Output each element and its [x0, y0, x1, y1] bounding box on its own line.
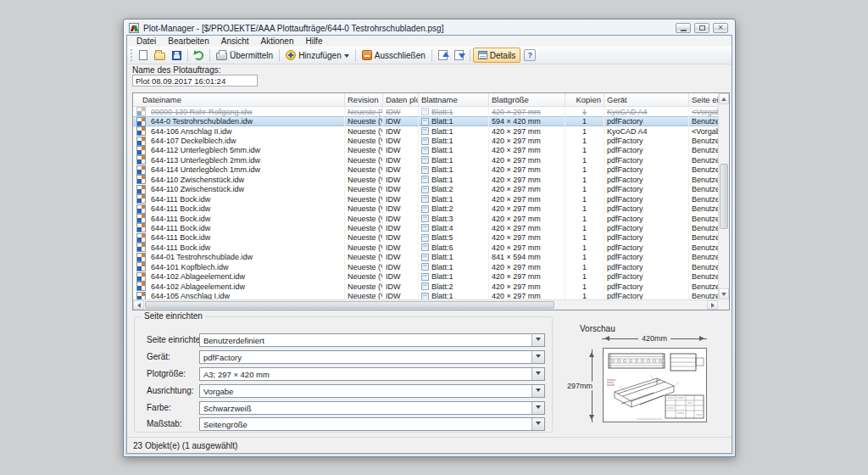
menu-ansicht[interactable]: Ansicht: [215, 36, 255, 47]
cell-blattgroesse: 420 × 297 mm: [489, 155, 565, 165]
table-row[interactable]: 644-0 Testrohrschubladen.idwNeueste (V..…: [133, 116, 718, 126]
cell-blattgroesse: 420 × 297 mm: [489, 175, 565, 184]
dropdown-button[interactable]: [531, 351, 544, 363]
page-up-button[interactable]: [435, 48, 451, 63]
table-row[interactable]: 644-111 Bock.idwNeueste (V...IDWBlatt:24…: [133, 204, 718, 213]
table-row[interactable]: 644-114 Unterlegblech 1mm.idwNeueste (V.…: [133, 165, 718, 175]
table-row[interactable]: 644-110 Zwischenstück.idwNeueste (V...ID…: [133, 175, 718, 184]
toolbar-grip[interactable]: [131, 49, 133, 61]
job-name-input[interactable]: [132, 75, 258, 87]
open-button[interactable]: [151, 48, 169, 63]
save-button[interactable]: [169, 48, 185, 63]
cell-dateiname: 644-111 Bock.idw: [148, 194, 345, 204]
dropdown-button[interactable]: [531, 334, 544, 346]
column-header-seite-einrichten[interactable]: Seite einrichten: [689, 93, 718, 106]
cell-geraet: pdfFactory: [604, 271, 689, 281]
menu-aktionen[interactable]: Aktionen: [255, 36, 300, 47]
scale-select[interactable]: Seitengröße: [199, 417, 545, 431]
column-header-blattgroesse[interactable]: Blattgröße: [489, 93, 565, 106]
cell-kopien: 1: [565, 185, 604, 194]
scroll-left-button[interactable]: [133, 300, 144, 310]
titlebar[interactable]: Plot-Manager - [$/PROJEKTE/AAA Plottauft…: [124, 20, 735, 35]
plot-size-select[interactable]: A3; 297 × 420 mm: [199, 367, 545, 381]
details-button[interactable]: Details: [473, 48, 521, 63]
column-header-daten-plot[interactable]: Daten plot...: [383, 93, 419, 106]
add-button[interactable]: Hinzufügen: [282, 48, 353, 63]
scroll-up-button[interactable]: [719, 93, 729, 104]
close-button[interactable]: ✕: [713, 23, 728, 33]
cell-kopien: 1: [565, 175, 604, 184]
table-row[interactable]: 644-107 Deckelblech.idwNeueste (V...IDWB…: [133, 136, 718, 145]
cell-blattgroesse: 420 × 297 mm: [489, 107, 565, 116]
table-row[interactable]: 00000-139 Rohr-Rollgang.idwNeueste (V...…: [133, 107, 718, 116]
new-button[interactable]: [136, 48, 151, 63]
cell-file-icon: [133, 271, 148, 281]
table-row[interactable]: 644-101 Kopfblech.idwNeueste (V...IDWBla…: [133, 262, 718, 271]
cell-geraet: pdfFactory: [604, 175, 689, 184]
refresh-button[interactable]: [191, 48, 207, 63]
cell-daten-plot: IDW: [383, 116, 419, 126]
table-row[interactable]: 644-112 Unterlegblech 5mm.idwNeueste (V.…: [133, 146, 718, 155]
color-select[interactable]: Schwarzweiß: [199, 401, 545, 415]
page-setup-select[interactable]: Benutzerdefiniert: [199, 333, 545, 347]
idw-file-icon: [136, 282, 146, 291]
column-header-dateiname[interactable]: Dateiname: [133, 93, 345, 106]
cell-blattname: Blatt:1: [419, 107, 489, 116]
maximize-button[interactable]: [694, 23, 709, 33]
menu-datei[interactable]: Datei: [131, 36, 162, 47]
dropdown-button[interactable]: [531, 385, 544, 397]
table-row[interactable]: 644-111 Bock.idwNeueste (V...IDWBlatt:14…: [133, 194, 718, 204]
status-text: 23 Objekt(e) (1 ausgewählt): [133, 441, 237, 450]
table-row[interactable]: 644-102 Ablageelement.idwNeueste (V...ID…: [133, 271, 718, 281]
page-down-button[interactable]: [451, 48, 467, 63]
scroll-down-button[interactable]: [719, 288, 729, 299]
dropdown-button[interactable]: [531, 418, 544, 430]
scroll-right-button[interactable]: [707, 300, 718, 310]
submit-label: Übermitteln: [230, 51, 273, 60]
help-button[interactable]: ?: [520, 48, 539, 63]
table-row[interactable]: 644-111 Bock.idwNeueste (V...IDWBlatt:54…: [133, 233, 718, 243]
minimize-button[interactable]: [676, 23, 691, 33]
close-icon: ✕: [718, 25, 724, 31]
device-select[interactable]: pdfFactory: [199, 350, 545, 364]
sheet-icon: [421, 137, 429, 145]
vertical-scrollbar[interactable]: [718, 93, 729, 299]
page-setup-group: Seite einrichten Seite einrichten: Benut…: [134, 316, 553, 433]
preview-height-value: 297mm: [565, 382, 594, 391]
orientation-select[interactable]: Vorgabe: [199, 384, 545, 398]
dropdown-button[interactable]: [531, 368, 544, 380]
cell-blattname: Blatt:2: [419, 282, 489, 291]
table-row[interactable]: 644-111 Bock.idwNeueste (V...IDWBlatt:34…: [133, 214, 718, 223]
add-icon: [286, 50, 296, 60]
menu-hilfe[interactable]: Hilfe: [299, 36, 328, 47]
plot-size-label: Plotgröße:: [147, 369, 186, 378]
exclude-button[interactable]: Ausschließen: [359, 48, 429, 63]
file-table-header: Dateiname Revision Daten plot... Blattna…: [133, 93, 718, 107]
table-row[interactable]: 644-111 Bock.idwNeueste (V...IDWBlatt:64…: [133, 243, 718, 252]
sheet-icon: [421, 127, 429, 135]
dropdown-button[interactable]: [531, 402, 544, 414]
column-header-revision[interactable]: Revision: [345, 93, 383, 106]
table-row[interactable]: 644-01 Testrohrschublade.idwNeueste (V..…: [133, 253, 718, 262]
idw-file-icon: [136, 165, 146, 175]
cell-seite-einrichten: Benutzerdefin...: [689, 282, 718, 291]
submit-button[interactable]: Übermitteln: [213, 48, 276, 63]
toolbar: Übermitteln Hinzufügen Ausschließen Deta…: [127, 47, 732, 64]
table-row[interactable]: 644-106 Anschlag II.idwNeueste (V...IDWB…: [133, 126, 718, 136]
cell-seite-einrichten: Benutzerdefin...: [689, 253, 718, 262]
cell-daten-plot: IDW: [383, 194, 419, 204]
cell-dateiname: 644-01 Testrohrschublade.idw: [148, 253, 345, 262]
cell-daten-plot: IDW: [383, 214, 419, 223]
menu-bearbeiten[interactable]: Bearbeiten: [162, 36, 214, 47]
table-row[interactable]: 644-111 Bock.idwNeueste (V...IDWBlatt:44…: [133, 223, 718, 232]
column-header-kopien[interactable]: Kopien: [565, 93, 604, 106]
table-row[interactable]: 644-110 Zwischenstück.idwNeueste (V...ID…: [133, 185, 718, 194]
column-header-geraet[interactable]: Gerät: [604, 93, 689, 106]
horizontal-scroll-thumb[interactable]: [145, 301, 554, 309]
horizontal-scrollbar[interactable]: [133, 299, 718, 310]
vertical-scroll-thumb[interactable]: [720, 164, 728, 230]
table-row[interactable]: 644-113 Unterlegblech 2mm.idwNeueste (V.…: [133, 155, 718, 165]
idw-file-icon: [136, 155, 146, 165]
table-row[interactable]: 644-102 Ablageelement.idwNeueste (V...ID…: [133, 282, 718, 291]
column-header-blattname[interactable]: Blattname: [419, 93, 489, 106]
